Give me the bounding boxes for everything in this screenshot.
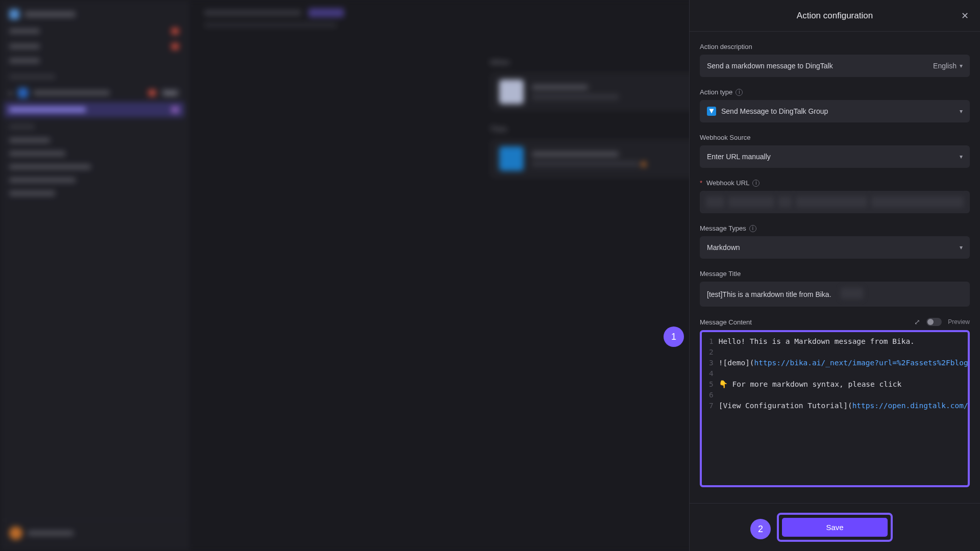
- annotation-1: 1: [664, 327, 684, 347]
- info-icon[interactable]: i: [749, 225, 756, 232]
- chevron-down-icon: ▾: [960, 108, 963, 115]
- close-icon[interactable]: ✕: [959, 10, 971, 22]
- action-description-field[interactable]: Send a markdown message to DingTalk Engl…: [700, 55, 970, 77]
- message-content-label: Message Content: [700, 318, 752, 326]
- annotation-2: 2: [750, 519, 771, 539]
- action-config-panel: Action configuration ✕ Action descriptio…: [689, 0, 980, 551]
- info-icon[interactable]: i: [752, 180, 760, 187]
- code-gutter: 1 2 3 4 5 6 7: [702, 336, 719, 481]
- panel-body: Action description Send a markdown messa…: [690, 32, 980, 503]
- preview-label: Preview: [948, 318, 970, 325]
- message-content-editor[interactable]: 1 2 3 4 5 6 7 Hello! This is a Markdown …: [700, 330, 970, 487]
- action-description-value: Send a markdown message to DingTalk: [707, 62, 833, 70]
- message-title-value: [test]This is a markdown title from Bika…: [707, 290, 831, 298]
- panel-title: Action configuration: [797, 11, 873, 21]
- message-title-label: Message Title: [700, 270, 970, 278]
- webhook-source-select[interactable]: Enter URL manually ▾: [700, 145, 970, 168]
- webhook-url-input[interactable]: [700, 191, 970, 213]
- panel-footer: Save: [690, 503, 980, 551]
- action-type-value: Send Message to DingTalk Group: [721, 107, 828, 115]
- action-type-label: Action type i: [700, 88, 970, 96]
- action-type-select[interactable]: Send Message to DingTalk Group ▾: [700, 100, 970, 122]
- chevron-down-icon: ▾: [960, 244, 963, 251]
- info-icon[interactable]: i: [736, 89, 743, 96]
- expand-icon[interactable]: ⤢: [914, 318, 920, 326]
- message-types-value: Markdown: [707, 243, 740, 252]
- panel-header: Action configuration ✕: [690, 0, 980, 32]
- message-types-select[interactable]: Markdown ▾: [700, 236, 970, 259]
- action-description-label: Action description: [700, 43, 970, 51]
- code-content[interactable]: Hello! This is a Markdown message from B…: [719, 336, 968, 481]
- sidebar: 1 1 ▸2Auto 1: [0, 0, 189, 551]
- webhook-source-value: Enter URL manually: [707, 153, 771, 161]
- dingtalk-icon: [707, 107, 716, 116]
- webhook-source-label: Webhook Source: [700, 134, 970, 141]
- save-highlight: Save: [777, 513, 892, 542]
- chevron-down-icon: ▾: [960, 62, 963, 69]
- save-button[interactable]: Save: [782, 518, 887, 537]
- chevron-down-icon: ▾: [960, 153, 963, 160]
- message-title-input[interactable]: [test]This is a markdown title from Bika…: [700, 282, 970, 307]
- preview-toggle[interactable]: [926, 318, 942, 326]
- webhook-url-label: *Webhook URL i: [700, 179, 970, 187]
- message-types-label: Message Types i: [700, 224, 970, 232]
- language-label: English: [933, 62, 957, 70]
